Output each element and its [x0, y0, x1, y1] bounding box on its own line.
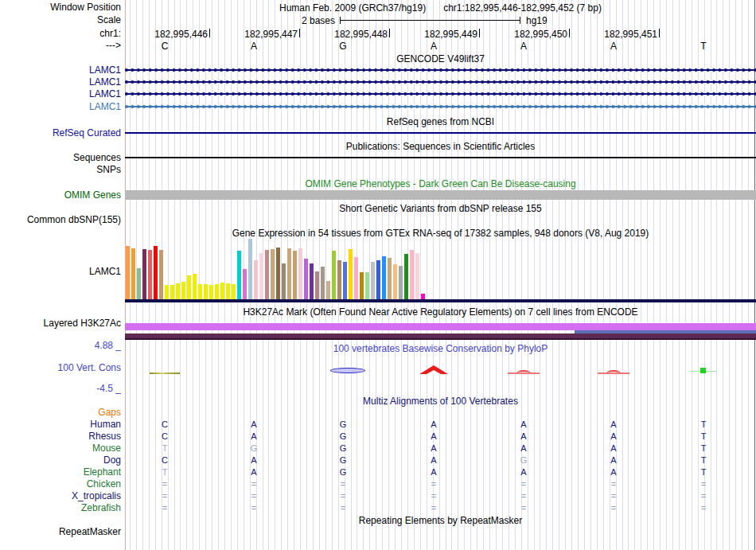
- align-base-zebrafish: =: [607, 503, 620, 513]
- gtex-tissue-bar: [298, 248, 302, 300]
- left-label-species-elephant[interactable]: Elephant: [84, 467, 121, 478]
- scale-ruler-line: [340, 20, 520, 21]
- align-base-human: A: [607, 419, 620, 429]
- align-base-rhesus: C: [158, 431, 171, 441]
- left-label-window-position: Window Position: [50, 2, 121, 13]
- gtex-tissue-bar: [209, 285, 213, 300]
- assembly-position-header: Human Feb. 2009 (GRCh37/hg19) chr1:182,9…: [125, 2, 756, 14]
- track-title-gencode: GENCODE V49lift37: [125, 53, 756, 64]
- gtex-tissue-bar: [388, 258, 392, 300]
- align-base-elephant: A: [607, 467, 620, 477]
- align-base-elephant: G: [337, 467, 349, 477]
- align-base-x_tropicalis: =: [158, 491, 171, 501]
- gtex-tissue-bar: [382, 256, 386, 300]
- left-label-chrom: chr1:: [99, 29, 121, 39]
- gtex-tissue-bar: [181, 282, 185, 300]
- left-label-vert-cons[interactable]: 100 Vert. Cons: [58, 363, 121, 373]
- track-title-gtex: Gene Expression in 54 tissues from GTEx …: [125, 228, 756, 239]
- genome-browser-image[interactable]: Human Feb. 2009 (GRCh37/hg19) chr1:182,9…: [0, 0, 756, 550]
- align-base-rhesus: T: [697, 431, 710, 441]
- align-base-zebrafish: =: [517, 503, 530, 513]
- track-title-multiz: Multiz Alignments of 100 Vertebrates: [125, 396, 756, 407]
- gencode-transcript[interactable]: >>>>>>>>>>>>>>>>>>>>>>>>>>>>>>>>>>>>>>>>…: [125, 90, 756, 98]
- gtex-tissue-bar: [159, 250, 163, 300]
- left-label-gencode-lamc1-3[interactable]: LAMC1: [89, 89, 121, 99]
- left-label-omim-genes[interactable]: OMIM Genes: [64, 190, 121, 201]
- assembly-text: Human Feb. 2009 (GRCh37/hg19): [279, 2, 426, 14]
- gtex-tissue-bar: [315, 271, 319, 300]
- gtex-tissue-bar: [332, 251, 336, 300]
- align-base-zebrafish: =: [247, 503, 260, 513]
- align-base-elephant: A: [517, 467, 530, 477]
- left-label-gaps[interactable]: Gaps: [98, 408, 121, 418]
- phylop-bump-arc: [606, 370, 621, 373]
- left-label-sequences[interactable]: Sequences: [73, 153, 121, 163]
- gtex-tissue-bar: [131, 248, 135, 300]
- align-base-chicken: =: [247, 479, 260, 489]
- align-base-mouse: A: [607, 443, 620, 453]
- ruler-tick: [389, 29, 390, 37]
- left-label-species-human[interactable]: Human: [90, 419, 121, 430]
- phylop-bump-arc: [516, 370, 531, 373]
- left-label-layered-h3k27ac[interactable]: Layered H3K27Ac: [44, 318, 121, 329]
- gtex-tissue-bar: [259, 253, 263, 300]
- left-label-species-x-tropicalis[interactable]: X_tropicalis: [72, 491, 121, 501]
- sequence-base: A: [607, 41, 620, 52]
- left-label-species-mouse[interactable]: Mouse: [92, 443, 121, 454]
- gtex-tissue-bar: [142, 249, 146, 300]
- gtex-tissue-bar: [287, 248, 291, 300]
- align-base-zebrafish: =: [158, 503, 171, 513]
- position-text: chr1:182,995,446-182,995,452 (7 bp): [443, 2, 602, 14]
- gtex-tissue-bar: [126, 246, 130, 300]
- align-base-rhesus: A: [517, 431, 530, 441]
- gtex-tissue-bar: [376, 260, 380, 300]
- align-base-dog: G: [337, 455, 349, 465]
- scale-ruler-right-tick: [520, 17, 520, 24]
- gtex-tissue-bar: [337, 260, 341, 300]
- align-base-mouse: A: [517, 443, 530, 453]
- phylop-lens-mark: [330, 368, 365, 373]
- gtex-tissue-bar: [265, 250, 269, 300]
- left-label-strand: --->: [106, 41, 121, 51]
- ruler-tick: [209, 29, 210, 37]
- left-label-gencode-lamc1-4[interactable]: LAMC1: [89, 102, 121, 112]
- gtex-baseline: [125, 299, 756, 302]
- align-base-human: T: [697, 419, 710, 429]
- left-label-repeatmasker[interactable]: RepeatMasker: [59, 527, 121, 537]
- gtex-tissue-bar: [326, 281, 330, 300]
- track-title-repeatmasker: Repeating Elements by RepeatMasker: [125, 515, 756, 526]
- left-label-species-dog[interactable]: Dog: [103, 455, 121, 466]
- sequences-line: [125, 157, 756, 158]
- left-label-gtex-lamc1[interactable]: LAMC1: [89, 267, 121, 277]
- omim-genes-bar[interactable]: [125, 190, 756, 200]
- align-base-chicken: =: [158, 479, 171, 489]
- scale-assembly: hg19: [526, 15, 548, 26]
- gtex-tissue-bar: [215, 284, 219, 300]
- gtex-tissue-bar: [220, 283, 224, 300]
- align-base-chicken: =: [607, 479, 620, 489]
- left-label-refseq-curated[interactable]: RefSeq Curated: [53, 128, 121, 138]
- left-label-gencode-lamc1-1[interactable]: LAMC1: [89, 65, 121, 76]
- align-base-dog: A: [247, 455, 260, 465]
- left-label-species-chicken[interactable]: Chicken: [87, 479, 121, 490]
- sequence-base: A: [427, 41, 440, 52]
- gencode-transcript[interactable]: >>>>>>>>>>>>>>>>>>>>>>>>>>>>>>>>>>>>>>>>…: [125, 66, 756, 74]
- left-label-species-zebrafish[interactable]: Zebrafish: [81, 503, 121, 513]
- gtex-tissue-bar: [248, 239, 252, 300]
- left-label-species-rhesus[interactable]: Rhesus: [88, 431, 121, 442]
- gtex-tissue-bar: [276, 248, 280, 300]
- align-base-x_tropicalis: =: [697, 491, 710, 501]
- gtex-tissue-bar: [237, 251, 241, 300]
- gtex-tissue-bar: [343, 262, 347, 300]
- align-base-chicken: =: [517, 479, 530, 489]
- left-label-common-dbsnp[interactable]: Common dbSNP(155): [27, 215, 121, 225]
- track-title-refseq: RefSeq genes from NCBI: [125, 116, 756, 127]
- gtex-tissue-bar: [254, 260, 258, 300]
- gencode-transcript[interactable]: >>>>>>>>>>>>>>>>>>>>>>>>>>>>>>>>>>>>>>>>…: [125, 103, 756, 111]
- left-label-snps[interactable]: SNPs: [96, 165, 121, 175]
- track-title-phylop: 100 vertebrates Basewise Conservation by…: [125, 343, 756, 354]
- gtex-tissue-bar: [321, 267, 325, 300]
- left-label-gencode-lamc1-2[interactable]: LAMC1: [89, 77, 121, 88]
- gtex-tissue-bar: [399, 266, 403, 300]
- gencode-transcript[interactable]: >>>>>>>>>>>>>>>>>>>>>>>>>>>>>>>>>>>>>>>>…: [125, 78, 756, 86]
